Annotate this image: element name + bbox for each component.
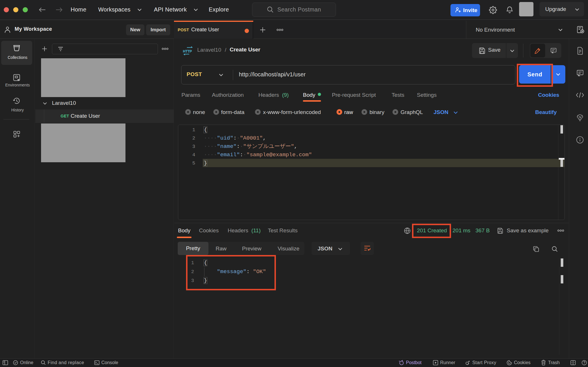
svg-text:HTTP: HTTP (183, 49, 192, 53)
